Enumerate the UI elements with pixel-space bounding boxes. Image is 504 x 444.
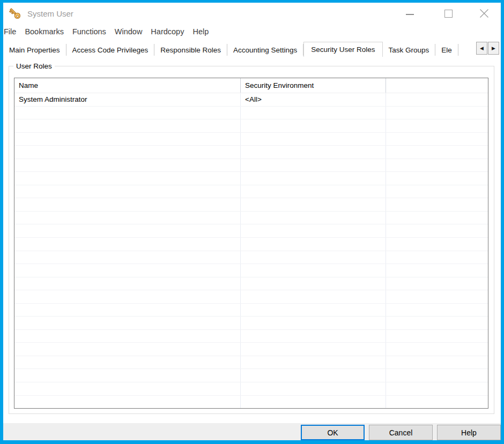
maximize-icon — [444, 10, 453, 18]
menu-functions[interactable]: Functions — [68, 27, 110, 36]
cell-blank — [386, 172, 488, 185]
maximize-button[interactable] — [444, 9, 453, 18]
table-row[interactable] — [14, 382, 488, 396]
table-row[interactable] — [14, 107, 488, 120]
tab-access-code-privileges[interactable]: Access Code Privileges — [66, 44, 155, 56]
cell-blank — [14, 277, 241, 290]
cell-blank — [386, 119, 488, 132]
cell-blank — [241, 290, 386, 303]
table-row[interactable] — [14, 251, 488, 265]
menu-file[interactable]: File — [3, 27, 20, 36]
cell-blank — [386, 107, 488, 119]
cell-blank — [386, 277, 488, 290]
table-row[interactable] — [14, 146, 488, 159]
tab-security-user-roles[interactable]: Security User Roles — [303, 42, 382, 57]
cell-blank — [14, 290, 241, 303]
cell-blank — [14, 356, 241, 369]
table-row[interactable]: System Administrator <All> — [14, 93, 488, 107]
table-row[interactable] — [14, 304, 488, 317]
tab-scrollers: ◀ ▶ — [476, 42, 499, 55]
menu-window[interactable]: Window — [110, 27, 147, 36]
column-header-name[interactable]: Name — [14, 78, 241, 93]
cell-blank — [241, 343, 386, 356]
tab-accounting-settings[interactable]: Accounting Settings — [227, 44, 303, 56]
cell-blank — [386, 382, 488, 395]
arrow-left-icon: ◀ — [480, 46, 484, 51]
cell-blank — [386, 212, 488, 224]
table-row[interactable] — [14, 185, 488, 199]
cell-blank — [14, 159, 241, 172]
cell-blank — [241, 212, 386, 224]
menu-bookmarks[interactable]: Bookmarks — [20, 27, 68, 36]
ok-button[interactable]: OK — [301, 425, 365, 440]
cell-blank — [386, 238, 488, 251]
minimize-button[interactable] — [406, 13, 414, 15]
table-row[interactable] — [14, 212, 488, 225]
menu-help[interactable]: Help — [188, 27, 213, 36]
user-roles-table: Name Security Environment System Adminis… — [14, 78, 488, 409]
cell-blank — [241, 251, 386, 264]
cell-blank — [386, 356, 488, 369]
table-row[interactable] — [14, 172, 488, 185]
window-title: System User — [27, 9, 73, 18]
table-row[interactable] — [14, 238, 488, 251]
close-button[interactable] — [479, 9, 489, 18]
table-row[interactable] — [14, 224, 488, 238]
cancel-button[interactable]: Cancel — [369, 425, 433, 440]
cell-blank — [14, 369, 241, 382]
tab-responsible-roles[interactable]: Responsible Roles — [154, 44, 227, 56]
cell-blank — [241, 159, 386, 172]
tabstrip: Main Properties Access Code Privileges R… — [3, 39, 501, 57]
cell-blank — [386, 264, 488, 277]
cell-blank — [14, 185, 241, 198]
cell-blank — [14, 264, 241, 277]
cell-blank — [241, 119, 386, 132]
cell-blank — [241, 382, 386, 395]
table-row[interactable] — [14, 264, 488, 277]
cell-blank — [14, 343, 241, 356]
table-row[interactable] — [14, 343, 488, 356]
cell-blank — [241, 238, 386, 251]
tab-main-properties[interactable]: Main Properties — [3, 44, 66, 56]
table-row[interactable] — [14, 198, 488, 212]
tab-scroll-right-button[interactable]: ▶ — [488, 42, 499, 55]
tab-panel-security-user-roles: User Roles Name Security Environment Sys… — [3, 57, 501, 423]
cell-blank — [14, 133, 241, 146]
column-header-security-environment[interactable]: Security Environment — [241, 78, 386, 93]
table-row[interactable] — [14, 330, 488, 343]
cell-blank — [14, 107, 241, 119]
cell-blank — [14, 251, 241, 264]
cell-blank — [386, 343, 488, 356]
cell-blank — [241, 330, 386, 343]
table-row[interactable] — [14, 369, 488, 382]
tab-scroll-left-button[interactable]: ◀ — [476, 42, 487, 55]
menu-hardcopy[interactable]: Hardcopy — [146, 27, 188, 36]
cell-blank — [241, 185, 386, 198]
table-row[interactable] — [14, 159, 488, 172]
cell-blank — [386, 146, 488, 159]
help-button[interactable]: Help — [437, 425, 501, 440]
cell-blank — [14, 146, 241, 159]
cell-blank — [241, 264, 386, 277]
cell-blank — [241, 304, 386, 317]
minimize-icon — [406, 14, 414, 15]
cell-blank — [386, 224, 488, 237]
cell-blank — [386, 251, 488, 264]
table-row[interactable] — [14, 290, 488, 304]
cell-security-environment: <All> — [241, 93, 386, 106]
cell-blank — [241, 107, 386, 119]
cell-blank — [386, 317, 488, 329]
table-row[interactable] — [14, 356, 488, 370]
table-row[interactable] — [14, 317, 488, 330]
titlebar: System User — [3, 3, 501, 24]
arrow-right-icon: ▶ — [492, 46, 495, 51]
cell-blank — [14, 238, 241, 251]
cell-blank — [14, 224, 241, 237]
cell-blank — [386, 369, 488, 382]
table-row[interactable] — [14, 119, 488, 133]
table-row[interactable] — [14, 277, 488, 291]
table-row[interactable] — [14, 133, 488, 146]
tab-task-groups[interactable]: Task Groups — [383, 44, 436, 56]
table-row[interactable] — [14, 396, 488, 409]
tab-truncated[interactable]: Ele — [435, 44, 458, 56]
